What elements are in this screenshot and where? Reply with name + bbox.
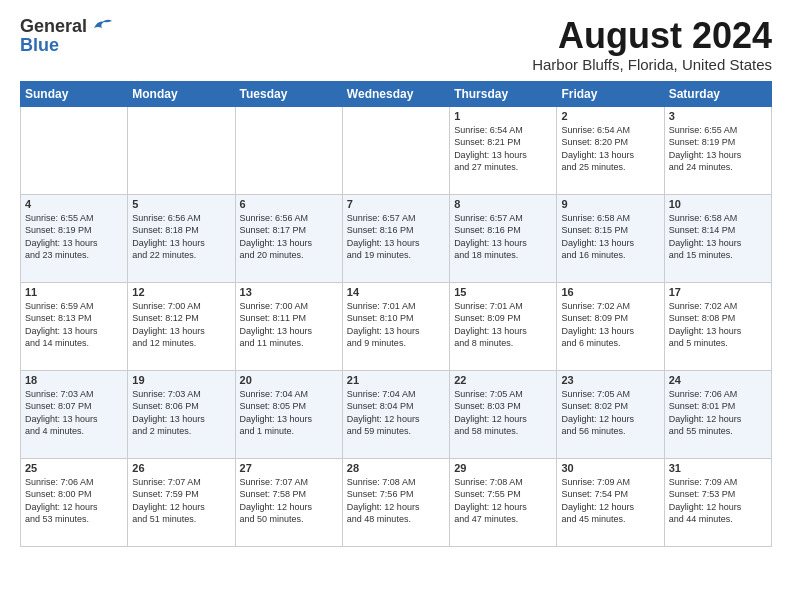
day-info: Sunrise: 6:56 AM Sunset: 8:17 PM Dayligh… (240, 212, 338, 262)
day-info: Sunrise: 7:09 AM Sunset: 7:53 PM Dayligh… (669, 476, 767, 526)
calendar-cell: 18Sunrise: 7:03 AM Sunset: 8:07 PM Dayli… (21, 370, 128, 458)
day-number: 30 (561, 462, 659, 474)
calendar-table: SundayMondayTuesdayWednesdayThursdayFrid… (20, 81, 772, 547)
calendar-cell: 1Sunrise: 6:54 AM Sunset: 8:21 PM Daylig… (450, 106, 557, 194)
logo: General Blue (20, 16, 112, 53)
location: Harbor Bluffs, Florida, United States (532, 56, 772, 73)
day-info: Sunrise: 6:57 AM Sunset: 8:16 PM Dayligh… (454, 212, 552, 262)
day-number: 17 (669, 286, 767, 298)
calendar-header-row: SundayMondayTuesdayWednesdayThursdayFrid… (21, 81, 772, 106)
day-info: Sunrise: 6:54 AM Sunset: 8:21 PM Dayligh… (454, 124, 552, 174)
day-number: 15 (454, 286, 552, 298)
day-number: 8 (454, 198, 552, 210)
day-info: Sunrise: 6:54 AM Sunset: 8:20 PM Dayligh… (561, 124, 659, 174)
page-header: General Blue August 2024 Harbor Bluffs, … (20, 16, 772, 73)
day-info: Sunrise: 6:58 AM Sunset: 8:15 PM Dayligh… (561, 212, 659, 262)
calendar-cell: 11Sunrise: 6:59 AM Sunset: 8:13 PM Dayli… (21, 282, 128, 370)
day-info: Sunrise: 7:06 AM Sunset: 8:00 PM Dayligh… (25, 476, 123, 526)
calendar-cell: 6Sunrise: 6:56 AM Sunset: 8:17 PM Daylig… (235, 194, 342, 282)
column-header-tuesday: Tuesday (235, 81, 342, 106)
calendar-cell (342, 106, 449, 194)
calendar-cell: 5Sunrise: 6:56 AM Sunset: 8:18 PM Daylig… (128, 194, 235, 282)
calendar-cell: 8Sunrise: 6:57 AM Sunset: 8:16 PM Daylig… (450, 194, 557, 282)
calendar-cell (21, 106, 128, 194)
calendar-cell: 29Sunrise: 7:08 AM Sunset: 7:55 PM Dayli… (450, 458, 557, 546)
day-info: Sunrise: 7:03 AM Sunset: 8:06 PM Dayligh… (132, 388, 230, 438)
calendar-cell: 31Sunrise: 7:09 AM Sunset: 7:53 PM Dayli… (664, 458, 771, 546)
day-number: 28 (347, 462, 445, 474)
calendar-cell: 7Sunrise: 6:57 AM Sunset: 8:16 PM Daylig… (342, 194, 449, 282)
column-header-monday: Monday (128, 81, 235, 106)
day-number: 19 (132, 374, 230, 386)
column-header-saturday: Saturday (664, 81, 771, 106)
calendar-cell: 14Sunrise: 7:01 AM Sunset: 8:10 PM Dayli… (342, 282, 449, 370)
calendar-cell: 9Sunrise: 6:58 AM Sunset: 8:15 PM Daylig… (557, 194, 664, 282)
month-title: August 2024 (532, 16, 772, 56)
day-number: 31 (669, 462, 767, 474)
calendar-week-1: 1Sunrise: 6:54 AM Sunset: 8:21 PM Daylig… (21, 106, 772, 194)
day-number: 21 (347, 374, 445, 386)
day-info: Sunrise: 7:05 AM Sunset: 8:02 PM Dayligh… (561, 388, 659, 438)
day-number: 3 (669, 110, 767, 122)
day-info: Sunrise: 7:04 AM Sunset: 8:04 PM Dayligh… (347, 388, 445, 438)
day-info: Sunrise: 7:05 AM Sunset: 8:03 PM Dayligh… (454, 388, 552, 438)
day-info: Sunrise: 7:08 AM Sunset: 7:55 PM Dayligh… (454, 476, 552, 526)
day-number: 11 (25, 286, 123, 298)
title-block: August 2024 Harbor Bluffs, Florida, Unit… (532, 16, 772, 73)
calendar-cell: 27Sunrise: 7:07 AM Sunset: 7:58 PM Dayli… (235, 458, 342, 546)
day-info: Sunrise: 6:57 AM Sunset: 8:16 PM Dayligh… (347, 212, 445, 262)
day-number: 6 (240, 198, 338, 210)
day-number: 4 (25, 198, 123, 210)
logo-general-text: General (20, 16, 87, 37)
calendar-week-4: 18Sunrise: 7:03 AM Sunset: 8:07 PM Dayli… (21, 370, 772, 458)
calendar-cell: 21Sunrise: 7:04 AM Sunset: 8:04 PM Dayli… (342, 370, 449, 458)
day-number: 14 (347, 286, 445, 298)
day-info: Sunrise: 7:01 AM Sunset: 8:10 PM Dayligh… (347, 300, 445, 350)
day-info: Sunrise: 7:02 AM Sunset: 8:08 PM Dayligh… (669, 300, 767, 350)
day-info: Sunrise: 7:02 AM Sunset: 8:09 PM Dayligh… (561, 300, 659, 350)
day-number: 12 (132, 286, 230, 298)
day-number: 24 (669, 374, 767, 386)
day-info: Sunrise: 7:03 AM Sunset: 8:07 PM Dayligh… (25, 388, 123, 438)
calendar-cell: 4Sunrise: 6:55 AM Sunset: 8:19 PM Daylig… (21, 194, 128, 282)
calendar-cell: 2Sunrise: 6:54 AM Sunset: 8:20 PM Daylig… (557, 106, 664, 194)
calendar-cell (128, 106, 235, 194)
calendar-cell: 19Sunrise: 7:03 AM Sunset: 8:06 PM Dayli… (128, 370, 235, 458)
calendar-week-5: 25Sunrise: 7:06 AM Sunset: 8:00 PM Dayli… (21, 458, 772, 546)
day-number: 23 (561, 374, 659, 386)
calendar-cell (235, 106, 342, 194)
day-number: 7 (347, 198, 445, 210)
calendar-cell: 3Sunrise: 6:55 AM Sunset: 8:19 PM Daylig… (664, 106, 771, 194)
day-info: Sunrise: 6:59 AM Sunset: 8:13 PM Dayligh… (25, 300, 123, 350)
day-number: 2 (561, 110, 659, 122)
day-number: 18 (25, 374, 123, 386)
day-info: Sunrise: 7:00 AM Sunset: 8:12 PM Dayligh… (132, 300, 230, 350)
day-number: 22 (454, 374, 552, 386)
calendar-cell: 16Sunrise: 7:02 AM Sunset: 8:09 PM Dayli… (557, 282, 664, 370)
calendar-cell: 30Sunrise: 7:09 AM Sunset: 7:54 PM Dayli… (557, 458, 664, 546)
day-number: 25 (25, 462, 123, 474)
column-header-sunday: Sunday (21, 81, 128, 106)
day-number: 10 (669, 198, 767, 210)
day-info: Sunrise: 7:09 AM Sunset: 7:54 PM Dayligh… (561, 476, 659, 526)
day-number: 13 (240, 286, 338, 298)
day-number: 5 (132, 198, 230, 210)
calendar-cell: 12Sunrise: 7:00 AM Sunset: 8:12 PM Dayli… (128, 282, 235, 370)
calendar-cell: 28Sunrise: 7:08 AM Sunset: 7:56 PM Dayli… (342, 458, 449, 546)
day-info: Sunrise: 6:56 AM Sunset: 8:18 PM Dayligh… (132, 212, 230, 262)
day-number: 20 (240, 374, 338, 386)
day-info: Sunrise: 7:04 AM Sunset: 8:05 PM Dayligh… (240, 388, 338, 438)
calendar-cell: 23Sunrise: 7:05 AM Sunset: 8:02 PM Dayli… (557, 370, 664, 458)
column-header-friday: Friday (557, 81, 664, 106)
calendar-week-3: 11Sunrise: 6:59 AM Sunset: 8:13 PM Dayli… (21, 282, 772, 370)
calendar-cell: 13Sunrise: 7:00 AM Sunset: 8:11 PM Dayli… (235, 282, 342, 370)
column-header-wednesday: Wednesday (342, 81, 449, 106)
day-info: Sunrise: 7:07 AM Sunset: 7:58 PM Dayligh… (240, 476, 338, 526)
day-info: Sunrise: 7:01 AM Sunset: 8:09 PM Dayligh… (454, 300, 552, 350)
day-info: Sunrise: 6:55 AM Sunset: 8:19 PM Dayligh… (25, 212, 123, 262)
logo-blue-text: Blue (20, 37, 59, 53)
day-info: Sunrise: 7:08 AM Sunset: 7:56 PM Dayligh… (347, 476, 445, 526)
calendar-cell: 26Sunrise: 7:07 AM Sunset: 7:59 PM Dayli… (128, 458, 235, 546)
day-info: Sunrise: 6:58 AM Sunset: 8:14 PM Dayligh… (669, 212, 767, 262)
calendar-cell: 15Sunrise: 7:01 AM Sunset: 8:09 PM Dayli… (450, 282, 557, 370)
